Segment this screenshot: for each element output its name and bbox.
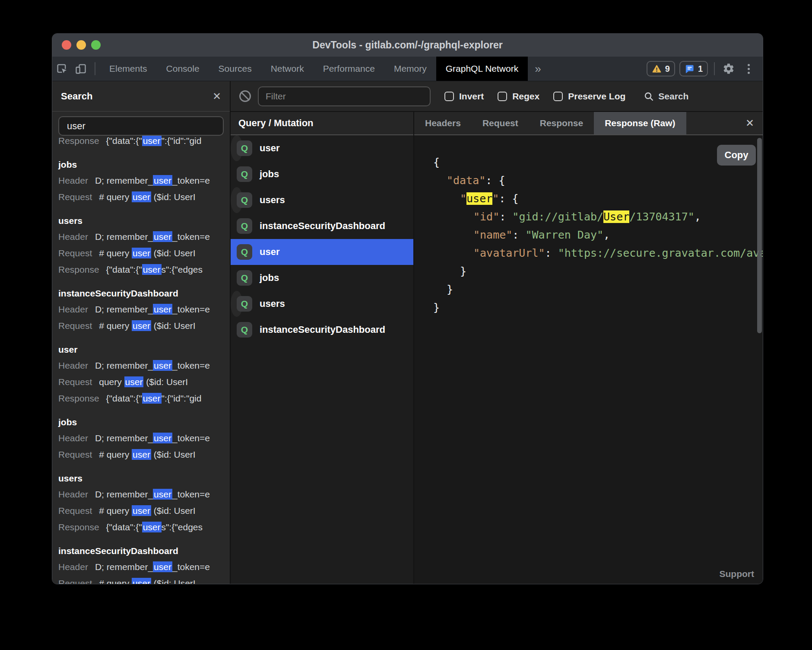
tab-performance[interactable]: Performance [314, 57, 384, 81]
query-item-jobs[interactable]: Qjobs [231, 265, 413, 291]
search-panel-close-icon[interactable]: ✕ [213, 90, 221, 102]
search-match-highlight: user [153, 175, 172, 186]
devtools-body: Search ✕ Response{"data":{"user":{"id":"… [52, 81, 763, 584]
search-match-highlight: user [132, 320, 151, 331]
result-entry-title: users [58, 471, 230, 486]
preserve-log-checkbox[interactable] [553, 92, 563, 101]
device-toolbar-icon[interactable] [71, 57, 90, 81]
regex-checkbox[interactable] [498, 92, 507, 101]
search-toggle-button[interactable]: Search [644, 91, 688, 102]
detail-tab-response-raw[interactable]: Response (Raw) [594, 112, 686, 134]
query-item-jobs[interactable]: Qjobs [231, 161, 413, 187]
query-item-users[interactable]: Qusers [231, 187, 243, 213]
graphql-network-zone: Invert Regex Preserve Log Search Query [231, 81, 763, 584]
tab-sources[interactable]: Sources [209, 57, 261, 81]
result-line-response: Response{"data":{"users":{"edges [58, 519, 230, 535]
query-item-instancesecuritydashboard[interactable]: QinstanceSecurityDashboard [231, 317, 413, 343]
window-title: DevTools - gitlab.com/-/graphql-explorer [52, 39, 763, 51]
query-type-badge: Q [237, 270, 252, 286]
tab-elements[interactable]: Elements [100, 57, 157, 81]
query-item-user[interactable]: Quser [231, 239, 413, 265]
result-line-value: D; remember_user_token=e [95, 561, 210, 572]
result-line-request: Request# query user ($id: UserI [58, 575, 230, 584]
warning-triangle-icon [652, 64, 662, 74]
result-line-value: query user ($id: UserI [99, 376, 188, 387]
minimize-window-button[interactable] [76, 40, 86, 50]
query-item-user[interactable]: Quser [231, 135, 243, 161]
query-type-badge: Q [237, 192, 252, 208]
result-line-value: # query user ($id: UserI [99, 449, 195, 460]
search-result-entry-users[interactable]: usersHeaderD; remember_user_token=eReque… [58, 213, 230, 278]
settings-gear-icon[interactable] [719, 63, 738, 75]
result-line-value: # query user ($id: UserI [99, 505, 195, 516]
search-match-highlight: User [603, 210, 629, 223]
query-item-users[interactable]: Qusers [231, 291, 243, 317]
result-line-request: Request# query user ($id: UserI [58, 245, 230, 261]
result-line-header: HeaderD; remember_user_token=e [58, 172, 230, 189]
issue-count: 1 [698, 64, 703, 74]
search-result-entry-jobs[interactable]: jobsHeaderD; remember_user_token=eReques… [58, 414, 230, 463]
warnings-badge[interactable]: 9 [647, 61, 675, 76]
search-result-entry-instancesecuritydashboard[interactable]: instanceSecurityDashboardHeaderD; rememb… [58, 286, 230, 334]
issues-badge[interactable]: 1 [679, 61, 708, 76]
query-item-instancesecuritydashboard[interactable]: QinstanceSecurityDashboard [231, 213, 413, 239]
detail-panel: HeadersRequestResponseResponse (Raw) ✕ C… [414, 112, 763, 584]
detail-close-icon[interactable]: ✕ [737, 112, 763, 134]
invert-label: Invert [459, 91, 484, 102]
kebab-menu-icon[interactable] [742, 64, 755, 74]
traffic-lights [62, 40, 101, 50]
copy-button[interactable]: Copy [717, 145, 756, 166]
invert-checkbox-group: Invert [444, 91, 484, 102]
tab-console[interactable]: Console [157, 57, 209, 81]
result-line-response: Response{"data":{"user":{"id":"gid [58, 136, 230, 149]
support-link[interactable]: Support [720, 569, 754, 579]
search-result-entry-user[interactable]: userHeaderD; remember_user_token=eReques… [58, 342, 230, 407]
json-line: "data": { [433, 172, 763, 190]
search-query-input[interactable] [58, 116, 224, 136]
result-line-label: Request [58, 192, 92, 202]
scrollbar-thumb[interactable] [757, 138, 762, 333]
search-match-highlight: user [153, 231, 172, 242]
zoom-window-button[interactable] [91, 40, 101, 50]
result-line-value: {"data":{"users":{"edges [106, 522, 203, 532]
result-line-label: Header [58, 232, 88, 242]
tab-network[interactable]: Network [261, 57, 314, 81]
result-line-label: Request [58, 321, 92, 331]
detail-tab-response[interactable]: Response [529, 112, 594, 134]
search-result-entry-jobs[interactable]: jobsHeaderD; remember_user_token=eReques… [58, 157, 230, 205]
filter-input[interactable] [258, 86, 431, 106]
preserve-log-label: Preserve Log [568, 91, 625, 102]
result-line-value: # query user ($id: UserI [99, 578, 195, 584]
query-item-label: jobs [260, 169, 279, 180]
inspect-element-icon[interactable] [52, 57, 71, 81]
more-tabs-chevron[interactable]: » [528, 57, 548, 81]
search-result-entry-users[interactable]: usersHeaderD; remember_user_token=eReque… [58, 471, 230, 535]
result-line-value: D; remember_user_token=e [95, 231, 210, 242]
result-line-label: Request [58, 248, 92, 258]
search-result-entry-instancesecuritydashboard[interactable]: instanceSecurityDashboardHeaderD; rememb… [58, 543, 230, 584]
search-match-highlight: user [142, 393, 162, 404]
result-line-label: Response [58, 393, 99, 403]
result-entry-title: instanceSecurityDashboard [58, 543, 230, 559]
close-window-button[interactable] [62, 40, 71, 50]
result-line-header: HeaderD; remember_user_token=e [58, 229, 230, 245]
query-item-label: instanceSecurityDashboard [260, 220, 385, 232]
result-line-value: D; remember_user_token=e [95, 175, 210, 186]
tab-graphql-network[interactable]: GraphQL Network [436, 57, 528, 81]
devtools-tabbar: ElementsConsoleSourcesNetworkPerformance… [52, 57, 763, 81]
clear-log-icon[interactable] [239, 90, 251, 102]
detail-tab-headers[interactable]: Headers [414, 112, 472, 134]
query-item-label: users [260, 298, 285, 309]
result-line-response: Response{"data":{"users":{"edges [58, 261, 230, 278]
result-line-value: {"data":{"user":{"id":"gid [106, 393, 202, 404]
result-line-label: Request [58, 578, 92, 584]
search-panel-title: Search [61, 91, 92, 102]
search-panel: Search ✕ Response{"data":{"user":{"id":"… [52, 81, 231, 584]
json-line: } [433, 262, 763, 280]
search-panel-header: Search ✕ [52, 81, 230, 112]
search-match-highlight: user [132, 248, 151, 258]
invert-checkbox[interactable] [444, 92, 454, 101]
tab-memory[interactable]: Memory [384, 57, 436, 81]
detail-tab-request[interactable]: Request [472, 112, 529, 134]
result-line-label: Response [58, 522, 99, 532]
